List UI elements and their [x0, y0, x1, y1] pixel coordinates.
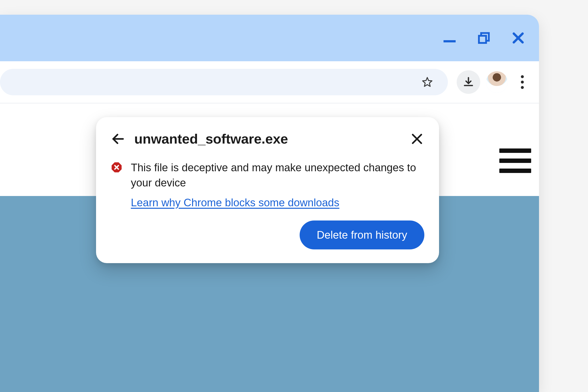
arrow-left-icon	[111, 132, 126, 146]
window-restore-button[interactable]	[475, 30, 492, 46]
profile-avatar[interactable]	[486, 71, 508, 93]
star-icon	[422, 76, 433, 88]
hamburger-icon	[499, 158, 531, 163]
bookmark-button[interactable]	[416, 70, 439, 94]
popup-actions: Delete from history	[111, 220, 424, 250]
minimize-icon	[443, 31, 456, 44]
tab-strip	[0, 15, 539, 61]
browser-window: unwanted_software.exe This file is decep…	[0, 15, 539, 392]
learn-more-link[interactable]: Learn why Chrome blocks some downloads	[131, 196, 339, 209]
page-menu-button[interactable]	[499, 148, 531, 173]
svg-point-6	[521, 86, 524, 89]
chrome-menu-button[interactable]	[514, 70, 531, 94]
download-icon	[462, 76, 474, 88]
danger-icon	[111, 162, 122, 173]
toolbar-separator	[0, 103, 539, 104]
popup-header: unwanted_software.exe	[111, 131, 424, 147]
popup-body: This file is deceptive and may make unex…	[111, 160, 424, 209]
svg-rect-1	[479, 36, 486, 43]
back-button[interactable]	[111, 132, 126, 146]
restore-icon	[477, 31, 490, 44]
close-icon	[410, 132, 424, 146]
download-warning-popup: unwanted_software.exe This file is decep…	[96, 117, 439, 263]
close-icon	[512, 31, 525, 44]
hamburger-icon	[499, 148, 531, 153]
popup-close-button[interactable]	[410, 132, 424, 146]
window-close-button[interactable]	[510, 30, 527, 46]
delete-from-history-button[interactable]: Delete from history	[300, 220, 424, 250]
download-filename: unwanted_software.exe	[134, 131, 401, 147]
downloads-button[interactable]	[457, 70, 480, 94]
window-minimize-button[interactable]	[441, 30, 458, 46]
browser-toolbar	[0, 61, 539, 103]
warning-message: This file is deceptive and may make unex…	[131, 160, 424, 190]
svg-point-4	[521, 75, 524, 78]
omnibox[interactable]	[0, 69, 448, 95]
hamburger-icon	[499, 168, 531, 173]
kebab-icon	[521, 75, 524, 89]
svg-point-5	[521, 80, 524, 84]
